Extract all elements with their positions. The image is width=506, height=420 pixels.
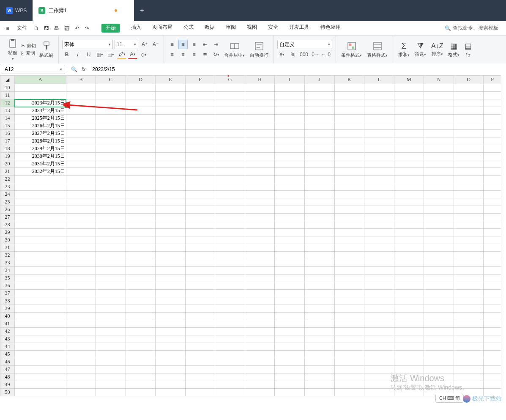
cell[interactable] [245, 107, 275, 115]
cell[interactable] [245, 351, 275, 358]
cell[interactable]: 2024年2月15日 [15, 107, 66, 115]
cell[interactable] [96, 305, 126, 313]
cell[interactable] [215, 343, 245, 351]
cell[interactable] [484, 351, 501, 358]
cell[interactable] [334, 183, 364, 191]
format-button[interactable]: ▦格式▾ [446, 41, 461, 58]
cell[interactable] [126, 373, 156, 381]
column-header[interactable]: C [96, 76, 126, 84]
cell[interactable] [66, 267, 96, 275]
cell[interactable] [245, 335, 275, 343]
cell[interactable] [185, 176, 215, 183]
cell[interactable] [66, 320, 96, 328]
cell[interactable] [305, 320, 335, 328]
cell[interactable] [364, 198, 394, 206]
cell[interactable] [334, 320, 364, 328]
command-search[interactable]: 🔍 查找命令、搜索模板 [445, 25, 503, 32]
cell[interactable] [364, 358, 394, 366]
cell[interactable] [275, 229, 305, 236]
formula-input[interactable] [90, 65, 506, 74]
ribbon-tab-8[interactable]: 开发工具 [285, 24, 314, 31]
cell[interactable] [484, 191, 501, 198]
cell[interactable] [275, 290, 305, 297]
cell[interactable] [394, 305, 424, 313]
cell[interactable] [394, 107, 424, 115]
cell[interactable] [66, 122, 96, 130]
cell[interactable] [424, 191, 454, 198]
cell[interactable] [156, 183, 186, 191]
cell[interactable] [275, 115, 305, 122]
row-header[interactable]: 17 [0, 137, 15, 145]
cell[interactable] [275, 282, 305, 290]
cell[interactable] [15, 183, 66, 191]
cell[interactable] [305, 206, 335, 214]
cell[interactable] [364, 381, 394, 389]
cell[interactable] [334, 366, 364, 373]
cell[interactable] [364, 351, 394, 358]
orientation-button[interactable]: ↻▾ [211, 50, 221, 59]
cell[interactable] [454, 313, 484, 320]
cell[interactable] [275, 381, 305, 389]
cell[interactable] [15, 252, 66, 259]
row-header[interactable]: 24 [0, 191, 15, 198]
cell[interactable] [245, 137, 275, 145]
ribbon-tab-6[interactable]: 视图 [243, 24, 261, 31]
cell[interactable] [484, 137, 501, 145]
cell[interactable] [185, 328, 215, 335]
cell[interactable] [364, 259, 394, 267]
highlight-button[interactable]: 🖍▾ [117, 50, 126, 59]
cell[interactable] [126, 252, 156, 259]
cell[interactable] [424, 267, 454, 275]
cell[interactable] [364, 244, 394, 252]
row-header[interactable]: 37 [0, 290, 15, 297]
cell[interactable] [215, 328, 245, 335]
cell[interactable] [126, 305, 156, 313]
cell[interactable] [484, 313, 501, 320]
cell[interactable] [156, 229, 186, 236]
percent-button[interactable]: % [288, 50, 298, 59]
cell[interactable] [126, 229, 156, 236]
cell[interactable] [454, 107, 484, 115]
cell[interactable] [424, 145, 454, 153]
cell[interactable] [334, 122, 364, 130]
cell[interactable] [364, 130, 394, 137]
row-header[interactable]: 50 [0, 389, 15, 396]
cell[interactable] [156, 313, 186, 320]
cell[interactable] [185, 107, 215, 115]
ribbon-tab-2[interactable]: 页面布局 [148, 24, 177, 31]
cell[interactable] [215, 221, 245, 229]
column-header[interactable]: L [364, 76, 394, 84]
cell[interactable] [305, 115, 335, 122]
cell[interactable] [185, 275, 215, 282]
cell[interactable] [275, 305, 305, 313]
cell[interactable] [424, 244, 454, 252]
cell[interactable] [66, 99, 96, 107]
paste-button[interactable]: 粘贴▾ [6, 38, 19, 61]
cell[interactable] [275, 320, 305, 328]
cell[interactable] [424, 290, 454, 297]
cell[interactable] [424, 351, 454, 358]
cell[interactable] [245, 381, 275, 389]
cell[interactable] [275, 236, 305, 244]
cell[interactable] [96, 130, 126, 137]
cell[interactable] [364, 313, 394, 320]
align-right-button[interactable]: ≡ [189, 50, 199, 59]
cell[interactable] [156, 343, 186, 351]
cell[interactable] [424, 176, 454, 183]
cell[interactable] [66, 244, 96, 252]
cell[interactable] [156, 290, 186, 297]
cell[interactable] [215, 244, 245, 252]
cell[interactable] [245, 221, 275, 229]
column-header[interactable]: D [126, 76, 156, 84]
cell[interactable] [215, 297, 245, 305]
cell[interactable] [305, 183, 335, 191]
cell[interactable] [394, 328, 424, 335]
row-header[interactable]: 26 [0, 206, 15, 214]
cell[interactable] [126, 191, 156, 198]
cell[interactable] [424, 275, 454, 282]
cell[interactable] [394, 366, 424, 373]
cell[interactable] [334, 290, 364, 297]
cell[interactable] [96, 198, 126, 206]
cell[interactable] [66, 137, 96, 145]
cell[interactable] [364, 214, 394, 221]
